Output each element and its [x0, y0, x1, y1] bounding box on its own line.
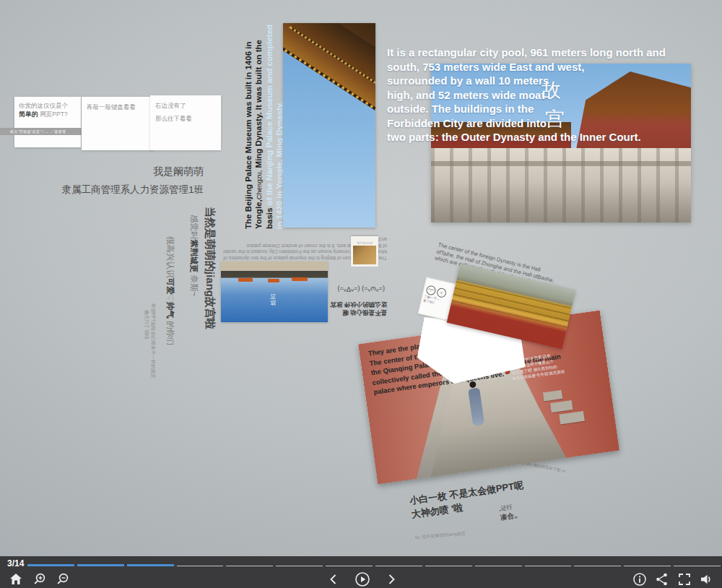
home-button[interactable] [7, 571, 25, 588]
fullscreen-button[interactable] [676, 571, 693, 588]
play-icon [355, 571, 370, 587]
progress-segment-1[interactable] [27, 564, 74, 567]
hint-card-2: 再敲一敲键盘看看 [82, 97, 153, 150]
info-icon [632, 572, 647, 587]
hint-strip: 敲击'空格键'或是'↑↓←→'键看看 [0, 128, 84, 135]
reflection-photo: 故 宫 [221, 261, 328, 322]
byline: by. 也许是最萌的jiang故宫 [415, 530, 466, 541]
progress-segment-14[interactable] [674, 566, 721, 567]
pool-line1: It is a rectangular city pool, 961 meter… [387, 46, 666, 60]
polaroid-thumb: 2019·故宫拍 [351, 236, 378, 267]
next-button[interactable] [383, 571, 400, 588]
cn2c: 奈斯~ [190, 273, 199, 297]
history-line2a: Yongle, [254, 199, 263, 229]
presentation-viewer: 你觉的这仅仅是个 简单的 网页PPT? 敲击'空格键'或是'↑↓←→'键看看 再… [0, 0, 722, 588]
handwriting-note: „还行 凑合„ [498, 502, 518, 522]
bottom-toolbar: 3/14 [0, 556, 722, 588]
cn-column-main: 当然是萌萌的jiang故宫啦 [203, 207, 217, 329]
play-button[interactable] [354, 571, 371, 588]
roof-corner-photo [283, 23, 375, 228]
progress-segment-8[interactable] [375, 566, 422, 567]
progress-segment-5[interactable] [226, 566, 273, 567]
progress-bar[interactable] [27, 564, 721, 567]
chevron-left-icon [327, 573, 340, 586]
flipped-cn-line2: 这么萌的小伙伴 故宫 [326, 301, 387, 308]
previous-button[interactable] [325, 571, 342, 588]
progress-segment-2[interactable] [77, 564, 124, 567]
intro-class: 隶属工商管理系人力资源管理1班 [29, 183, 204, 196]
flipped-kaomoji: (=^ω^=) (=^∇^=) [329, 285, 385, 293]
cn3c: 帅气 [166, 302, 175, 319]
polaroid-caption: 2019·故宫拍 [353, 241, 376, 246]
progress-segment-6[interactable] [276, 566, 323, 567]
boat-shape [268, 279, 279, 282]
history-line3a: basis [265, 205, 274, 229]
progress-segment-13[interactable] [624, 566, 671, 567]
volume-icon [699, 572, 713, 587]
info-button[interactable] [631, 571, 648, 588]
volume-button[interactable] [697, 571, 715, 588]
label-gu: 故 [270, 300, 276, 306]
cn2a: 感觉叫 [190, 215, 199, 240]
page-indicator: 3/14 [7, 558, 24, 568]
progress-segment-10[interactable] [475, 566, 522, 567]
calligraphy-gu: 故 [542, 79, 561, 101]
cn-column-5: 俺尽力了 嘻嘻 [143, 310, 149, 340]
zoom-in-icon [32, 572, 47, 587]
cn-column-4: 希望PPT能给你们带来不一样的故宫 [149, 303, 156, 379]
calligraphy-gong: 宫 [545, 108, 565, 130]
cn2b: 紫荆城更 [190, 240, 199, 273]
history-line2c: Ming Dynasty. It was built on the [254, 40, 263, 170]
pool-line2: south, 753 meters wide East and west, [387, 60, 666, 74]
pool-line4: high, and 52 meters wide moat [387, 88, 666, 103]
history-line3b: of the Nanjing Palace Museum and complet… [265, 25, 274, 206]
cn3b: 可爱 [166, 278, 175, 295]
stone-balustrade [431, 148, 691, 222]
zoom-in-button[interactable] [31, 571, 48, 588]
progress-segment-4[interactable] [177, 566, 224, 567]
hint-card-3-line1: 右边没有了 [155, 101, 216, 110]
progress-segment-9[interactable] [425, 566, 472, 567]
progress-segment-7[interactable] [326, 566, 373, 567]
hint-card-1: 你觉的这仅仅是个 简单的 网页PPT? [14, 97, 81, 147]
hint-card-3: 右边没有了 那么往下看看 [150, 95, 221, 150]
zoom-out-icon [56, 572, 70, 587]
hint-card-1-rest: 网页PPT? [38, 111, 68, 118]
label-gong: 宫 [270, 293, 276, 300]
history-line2b: Chengzu, [255, 170, 263, 200]
intro-block: 我是阚萌萌 隶属工商管理系人力资源管理1班 [29, 165, 204, 196]
hint-card-1-bold: 简单的 [19, 111, 38, 118]
stone-steps [543, 386, 592, 436]
hand-line2: 凑合„ [500, 511, 518, 522]
progress-segment-3[interactable] [127, 564, 174, 567]
history-text-rotated: The Beijing Palace Museum was built in 1… [243, 25, 284, 229]
progress-segment-12[interactable] [574, 566, 621, 567]
cn3d: 的你们 [166, 319, 175, 346]
pool-line5: outside. The buildings in the [387, 102, 666, 116]
boat-shape [292, 277, 308, 281]
history-line1: The Beijing Palace Museum was built in 1… [244, 42, 253, 229]
pool-line6: Forbidden City are divided into [387, 116, 666, 131]
pool-line7: two parts: the Outer Dynasty and the Inn… [387, 130, 666, 144]
flipped-cn-line1: 是不是很心动 喔 [326, 308, 387, 316]
share-icon [655, 572, 669, 587]
polaroid-image [353, 246, 376, 264]
share-button[interactable] [653, 571, 671, 588]
flipped-cn-notes: 是不是很心动 喔 这么萌的小伙伴 故宫 [326, 301, 387, 316]
cn3a: 很高兴认识 [166, 236, 175, 278]
hint-card-2-line1: 再敲一敲键盘看看 [87, 103, 148, 111]
heart-doodle-icon: ♡ [166, 295, 175, 302]
boat-shape [238, 278, 253, 282]
home-icon [9, 572, 23, 587]
fullscreen-icon [677, 572, 692, 587]
reflection-label: 故 宫 [270, 293, 276, 306]
pool-line3: surrounded by a wall 10 meters [387, 74, 666, 88]
progress-segment-11[interactable] [525, 566, 572, 567]
pool-paragraph: It is a rectangular city pool, 961 meter… [387, 46, 666, 144]
zoom-out-button[interactable] [54, 571, 71, 588]
hint-card-1-line1: 你觉的这仅仅是个 [19, 101, 77, 110]
hint-card-3-line2: 那么往下看看 [155, 114, 216, 123]
intro-name: 我是阚萌萌 [29, 165, 204, 178]
cn-column-2: 感觉叫紫荆城更 奈斯~ [188, 215, 199, 296]
cn-column-3: 很高兴认识可爱♡帅气 的你们 [165, 236, 175, 346]
